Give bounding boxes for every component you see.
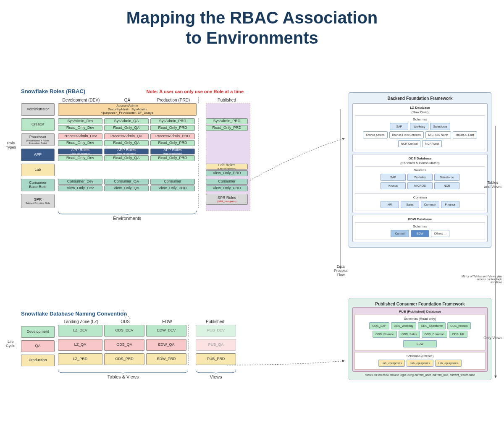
proc-dev: ProcessAdmin_Dev [58, 133, 102, 139]
pub-ods-sf: ODS_Salesforce [418, 322, 446, 329]
only-views-label: Only Views [483, 336, 502, 340]
col-prd: Production (PRD) [150, 97, 197, 103]
pub-lab1: Lab_<purpose> [378, 360, 405, 367]
lz-ncr-central: NCR Central [398, 140, 421, 147]
proc-prd: ProcessAdmin_PRD [150, 133, 195, 139]
lz-micros-east: MICROS East [453, 131, 477, 138]
ods-common: Common [421, 201, 439, 208]
pub-edw: EDW [403, 340, 437, 347]
ods-dev: ODS_DEV [104, 325, 144, 337]
ods-qa: ODS_QA [104, 339, 144, 351]
admin-box: AccountAdmin SecurityAdmin, SysAdmin <pu… [58, 103, 197, 116]
cons-vo-qa: View_Only_QA [104, 185, 149, 191]
cons-vo-prd: View_Only_PRD [150, 185, 195, 191]
pub-ods-sap: ODS_SAP [369, 322, 389, 329]
lz-sap: SAP [390, 123, 408, 130]
mirror-label: Mirror of Tables and Views plus access c… [452, 275, 502, 284]
row-app: APP [21, 149, 55, 161]
lz-kronos-field: Kronos Field Services [389, 131, 424, 138]
published-panel: Published Consumer Foundation Framework … [349, 298, 491, 380]
app-qa: APP Roles(App <Purpose>) [104, 149, 149, 154]
lc-prd: Production [21, 355, 55, 366]
cons-vo-dev: View_Only_Dev [58, 185, 102, 191]
lz-db-frame: LZ Database (Raw Data) Schemas SAP Workd… [352, 103, 488, 152]
rbac-note: Note: A user can only use one Role at a … [147, 89, 244, 94]
pub-lab2: Lab_<purpose> [407, 360, 433, 367]
lab-pub: Lab Roles(Lab <purpose>) [206, 164, 248, 170]
col-pub2: Published [194, 318, 236, 325]
rbac-header: Snowflake Roles (RBAC) [21, 88, 85, 94]
lc-qa: QA [21, 340, 55, 352]
pub-ods-sales: ODS_Sales [399, 331, 420, 338]
pub-ods-hr: ODS_HR [449, 331, 467, 338]
lz-micros-north: MICROS North [425, 131, 451, 138]
tables-views-side: Tables and Views [484, 180, 501, 189]
creator-qa: SysAdmin_QA [104, 118, 149, 124]
ods-salesforce: Salesforce [434, 174, 459, 181]
col-edw: EDW [146, 318, 188, 325]
backend-title: Backend Foundation Framework [352, 95, 488, 102]
cons-dev: Consumer_Dev [58, 179, 102, 185]
row-processor: Processor(Procedures & Tasks Execution R… [21, 133, 55, 146]
row-lab: Lab [21, 164, 55, 176]
naming-panel: Snowflake Database Naming Convention Lan… [21, 311, 290, 379]
role-types-label: Role Types [6, 141, 16, 149]
views-label: Views [196, 367, 236, 379]
naming-header: Snowflake Database Naming Convention [21, 311, 290, 317]
edw-edw: EDW [411, 230, 429, 237]
ods-workday: Workday [407, 174, 433, 181]
creator-ro-prd: Read_Only_PRD [150, 125, 195, 131]
app-ro-prd: Read_Only_PRD [150, 155, 195, 161]
ods-db-frame: ODS Database (Enriched & Consolidated) S… [352, 154, 488, 213]
creator-ro-qa: Read_Only_QA [104, 125, 149, 131]
row-creator: Creator [21, 118, 55, 131]
ods-prd: ODS_PRD [104, 353, 144, 365]
creator-ro-dev: Read_Only_Dev [58, 125, 102, 131]
creator-pub: SysAdmin_PRD [206, 118, 248, 124]
page-title: Mapping the RBAC Association to Environm… [0, 0, 504, 51]
lz-workday: Workday [410, 123, 428, 130]
edw-others: Others ... [431, 230, 449, 237]
spr-pub: SPR Roles(SPR_<subject>) [206, 194, 248, 205]
cons-qa: Consumer_QA [104, 179, 149, 185]
cons-vo-pub: View_Only_PRD [206, 185, 248, 191]
edw-control: Control [391, 230, 409, 237]
ods-kronos: Kronos [381, 182, 406, 189]
lz-prd: LZ_PRD [58, 353, 102, 365]
environments-label: Environments [58, 208, 197, 221]
lc-dev: Development [21, 326, 55, 338]
edw-dev: EDW_DEV [146, 325, 186, 337]
backend-panel: Backend Foundation Framework LZ Database… [349, 92, 491, 248]
row-consumer: Consumer Base Role [21, 179, 55, 191]
pub-ods-finance: ODS_Finance [373, 331, 397, 338]
pub-prd: PUB_PRD [196, 353, 236, 365]
pub-ods-common: ODS_Common [422, 331, 447, 338]
lz-dev: LZ_DEV [58, 325, 102, 337]
lz-qa: LZ_QA [58, 339, 102, 351]
life-cycle-label: Life Cycle [6, 339, 16, 348]
pub-ods-kronos: ODS_Kronos [447, 322, 470, 329]
pub-title: Published Consumer Foundation Framework [352, 301, 488, 307]
pub-qa: PUB_QA [196, 339, 236, 351]
edw-db-frame: EDW Database Schemas Control EDW Others … [352, 215, 488, 242]
ods-sap: SAP [381, 174, 406, 181]
lz-ncr-west: NCR West [422, 140, 442, 147]
lz-salesforce: Salesforce [430, 123, 450, 130]
proc-qa: ProcessAdmin_QA [104, 133, 149, 139]
ods-sales: Sales [401, 201, 419, 208]
cons-pub: Consumer [206, 179, 248, 185]
proc-ro-prd: Read_Only_PRD [150, 140, 195, 146]
pub-footer: Views on tables to include logic using c… [352, 373, 488, 376]
cons-prd: Consumer [150, 179, 195, 185]
creator-ro-pub: Read_Only_PRD [206, 125, 248, 131]
col-pub: Published [206, 97, 248, 103]
edw-prd: EDW_PRD [146, 353, 186, 365]
proc-ro-qa: Read_Only_QA [104, 140, 149, 146]
edw-qa: EDW_QA [146, 339, 186, 351]
tables-views-label: Tables & Views [58, 367, 188, 379]
rbac-panel: Snowflake Roles (RBAC) Note: A user can … [21, 88, 290, 221]
creator-prd: SysAdmin_PRD [150, 118, 195, 124]
ods-hr: HR [381, 201, 399, 208]
ods-finance: Finance [441, 201, 459, 208]
creator-dev: SysAdmin_Dev [58, 118, 102, 124]
